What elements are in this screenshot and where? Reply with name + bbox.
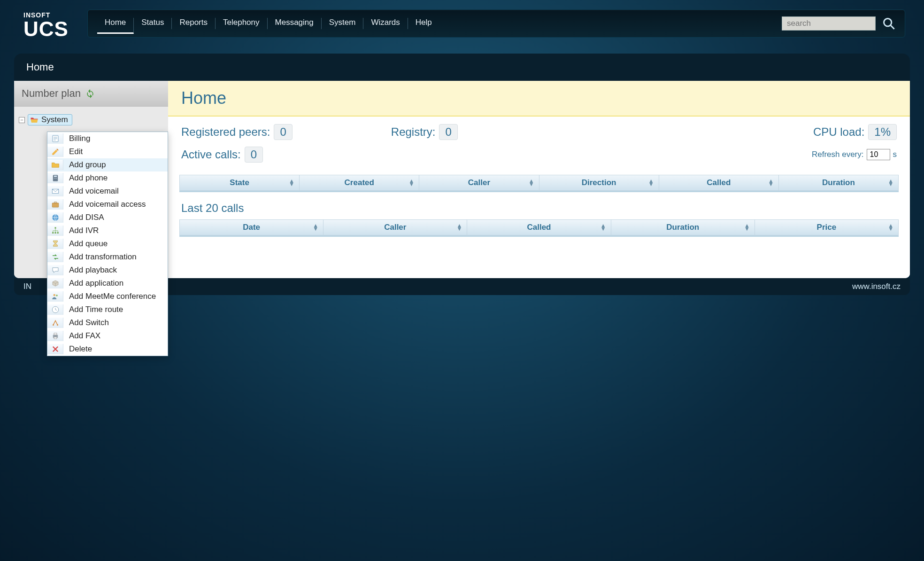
search-icon[interactable]	[882, 17, 895, 30]
menu-item-edit[interactable]: Edit	[47, 145, 168, 158]
menu-item-label: Add FAX	[69, 331, 100, 341]
active-calls-label: Active calls:	[181, 148, 241, 161]
nav-reports[interactable]: Reports	[172, 18, 216, 29]
column-price[interactable]: Price▲▼	[755, 219, 899, 235]
stats-row-1: Registered peers: 0 Registry: 0 CPU load…	[181, 124, 897, 140]
nav-wizards[interactable]: Wizards	[363, 18, 408, 29]
active-calls-grid: State▲▼Created▲▼Caller▲▼Direction▲▼Calle…	[179, 175, 899, 192]
cpu-load-label: CPU load:	[813, 125, 864, 139]
nav-system[interactable]: System	[322, 18, 364, 29]
column-direction[interactable]: Direction▲▼	[539, 175, 659, 191]
column-label: State	[230, 178, 249, 187]
column-label: Duration	[822, 178, 855, 187]
column-called[interactable]: Called▲▼	[659, 175, 779, 191]
content: Number plan − System BillingEditAdd grou…	[14, 81, 910, 278]
column-date[interactable]: Date▲▼	[179, 219, 323, 235]
context-menu: BillingEditAdd groupAdd phoneAdd voicema…	[47, 132, 168, 356]
column-created[interactable]: Created▲▼	[300, 175, 419, 191]
column-label: Called	[527, 223, 551, 232]
menu-item-billing[interactable]: Billing	[47, 132, 168, 145]
menu-item-add-application[interactable]: Add application	[47, 277, 168, 290]
column-label: Date	[243, 223, 260, 232]
sort-icon: ▲▼	[289, 179, 294, 186]
sort-icon: ▲▼	[529, 179, 534, 186]
menu-item-add-transformation[interactable]: Add transformation	[47, 250, 168, 264]
nav-messaging[interactable]: Messaging	[268, 18, 322, 29]
menu-item-label: Edit	[69, 147, 83, 156]
svg-point-8	[54, 178, 55, 179]
svg-rect-17	[54, 232, 56, 234]
sidebar-header: Number plan	[14, 81, 168, 107]
last-calls-grid: Date▲▼Caller▲▼Called▲▼Duration▲▼Price▲▼	[179, 219, 899, 237]
folder-open-icon	[30, 116, 38, 124]
menu-item-add-fax[interactable]: Add FAX	[47, 329, 168, 343]
column-label: Price	[817, 223, 837, 232]
search-area	[782, 16, 895, 31]
tree: − System	[14, 107, 168, 133]
column-label: Created	[345, 178, 374, 187]
column-label: Duration	[666, 223, 699, 232]
billing-icon	[47, 133, 63, 144]
menu-item-add-playback[interactable]: Add playback	[47, 264, 168, 277]
nav-status[interactable]: Status	[134, 18, 172, 29]
tree-root-row: − System	[19, 114, 163, 125]
tree-collapse-icon[interactable]: −	[19, 117, 25, 123]
menu-item-add-group[interactable]: Add group	[47, 158, 168, 171]
menu-item-add-voicemail-access[interactable]: Add voicemail access	[47, 198, 168, 211]
tree-node-system[interactable]: System	[28, 114, 72, 125]
last-calls-header: Date▲▼Caller▲▼Called▲▼Duration▲▼Price▲▼	[179, 219, 899, 237]
sidebar-title: Number plan	[22, 87, 81, 100]
menu-item-label: Add application	[69, 279, 123, 288]
menu-item-label: Delete	[69, 344, 92, 354]
nav-home[interactable]: Home	[97, 18, 134, 33]
menu-item-label: Add DISA	[69, 213, 104, 222]
refresh-input[interactable]	[867, 149, 890, 160]
brand-main: UCS	[23, 19, 69, 39]
svg-point-0	[884, 19, 892, 26]
delete-icon	[47, 344, 63, 354]
column-called[interactable]: Called▲▼	[467, 219, 611, 235]
menu-item-add-switch[interactable]: Add Switch	[47, 316, 168, 329]
globe-icon	[47, 212, 63, 223]
menu-item-add-queue[interactable]: Add queue	[47, 237, 168, 250]
column-label: Caller	[384, 223, 406, 232]
sort-icon: ▲▼	[408, 179, 414, 186]
menu-item-add-ivr[interactable]: Add IVR	[47, 224, 168, 237]
sort-icon: ▲▼	[457, 224, 462, 231]
menu-item-add-time-route[interactable]: Add Time route	[47, 303, 168, 316]
sort-icon: ▲▼	[888, 179, 893, 186]
sort-icon: ▲▼	[744, 224, 750, 231]
sort-icon: ▲▼	[313, 224, 318, 231]
nav-telephony[interactable]: Telephony	[216, 18, 268, 29]
refresh-icon[interactable]	[85, 89, 95, 98]
column-state[interactable]: State▲▼	[179, 175, 300, 191]
registered-peers-value: 0	[274, 124, 292, 140]
nav-help[interactable]: Help	[408, 18, 439, 29]
stats-row-2: Active calls: 0 Refresh every: s	[181, 147, 897, 163]
column-label: Caller	[468, 178, 490, 187]
menu-item-add-phone[interactable]: Add phone	[47, 171, 168, 185]
column-label: Direction	[582, 178, 616, 187]
menu-item-add-meetme-conference[interactable]: Add MeetMe conference	[47, 290, 168, 303]
last-calls-title: Last 20 calls	[181, 202, 897, 215]
refresh-unit: s	[893, 150, 897, 159]
footer-link[interactable]: www.insoft.cz	[852, 282, 901, 291]
column-duration[interactable]: Duration▲▼	[779, 175, 899, 191]
svg-rect-13	[54, 202, 56, 203]
sidebar: Number plan − System BillingEditAdd grou…	[14, 81, 168, 278]
breadcrumb: Home	[14, 54, 910, 81]
column-duration[interactable]: Duration▲▼	[611, 219, 755, 235]
active-calls-value: 0	[245, 147, 263, 163]
menu-item-label: Add Time route	[69, 305, 123, 314]
menu-item-add-voicemail[interactable]: Add voicemail	[47, 185, 168, 198]
svg-point-19	[53, 294, 55, 296]
svg-rect-25	[54, 333, 57, 335]
active-calls-header: State▲▼Created▲▼Caller▲▼Direction▲▼Calle…	[179, 175, 899, 192]
menu-item-delete[interactable]: Delete	[47, 343, 168, 356]
refresh-control: Refresh every: s	[812, 149, 897, 160]
search-input[interactable]	[782, 16, 876, 31]
column-caller[interactable]: Caller▲▼	[323, 219, 467, 235]
menu-item-add-disa[interactable]: Add DISA	[47, 211, 168, 224]
column-caller[interactable]: Caller▲▼	[419, 175, 539, 191]
svg-rect-26	[54, 337, 57, 339]
